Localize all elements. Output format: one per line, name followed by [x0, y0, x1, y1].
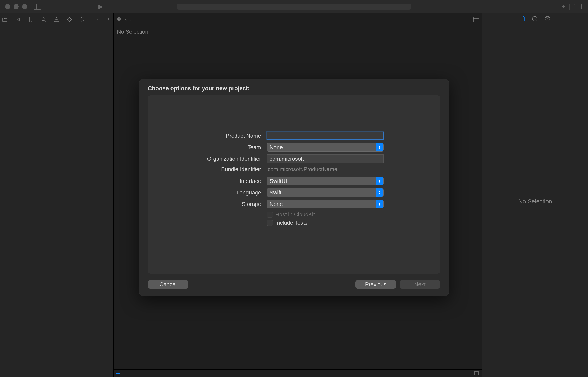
dialog-title: Choose options for your new project:: [148, 85, 440, 92]
storage-select[interactable]: None ▲▼: [267, 200, 384, 208]
bundle-identifier-value: com.microsoft.ProductName: [267, 166, 337, 173]
host-cloudkit-checkbox[interactable]: [267, 212, 273, 218]
modal-overlay: Choose options for your new project: Pro…: [0, 0, 588, 377]
org-identifier-input[interactable]: [267, 154, 384, 163]
storage-label: Storage:: [161, 201, 263, 207]
next-button[interactable]: Next: [399, 280, 440, 289]
select-arrows-icon: ▲▼: [376, 143, 383, 151]
new-project-dialog: Choose options for your new project: Pro…: [139, 79, 449, 296]
storage-select-value: None: [270, 201, 283, 207]
dialog-buttons: Cancel Previous Next: [148, 280, 440, 289]
cancel-button[interactable]: Cancel: [148, 280, 189, 289]
language-select-value: Swift: [270, 189, 281, 196]
previous-button[interactable]: Previous: [355, 280, 396, 289]
language-label: Language:: [161, 189, 263, 196]
product-name-input[interactable]: [267, 131, 384, 140]
interface-select[interactable]: SwiftUI ▲▼: [267, 177, 384, 185]
interface-label: Interface:: [161, 178, 263, 185]
select-arrows-icon: ▲▼: [376, 200, 383, 208]
team-select[interactable]: None ▲▼: [267, 143, 384, 152]
interface-select-value: SwiftUI: [270, 178, 287, 185]
team-select-value: None: [270, 144, 283, 151]
org-identifier-label: Organization Identifier:: [161, 155, 263, 162]
team-label: Team:: [161, 144, 263, 151]
include-tests-label: Include Tests: [275, 220, 307, 226]
language-select[interactable]: Swift ▲▼: [267, 188, 384, 197]
product-name-label: Product Name:: [161, 133, 263, 139]
include-tests-checkbox[interactable]: [267, 220, 273, 226]
dialog-content: Product Name: Team: None ▲▼ Organization…: [148, 95, 440, 274]
select-arrows-icon: ▲▼: [376, 188, 383, 197]
select-arrows-icon: ▲▼: [376, 177, 383, 185]
bundle-identifier-label: Bundle Identifier:: [161, 166, 263, 173]
host-cloudkit-label: Host in CloudKit: [275, 211, 315, 218]
